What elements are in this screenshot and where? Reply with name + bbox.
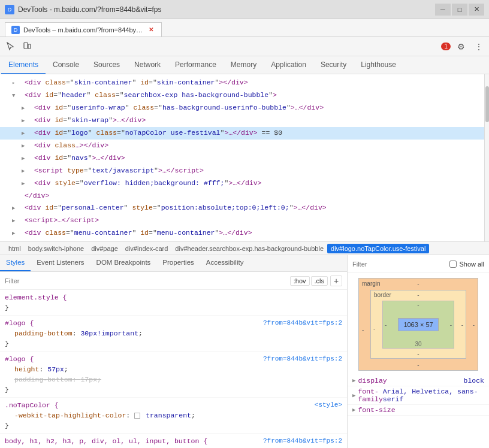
expand-arrow[interactable] bbox=[22, 153, 30, 164]
tab-label: DevTools – m.baidu.com/?from=844byit=fps bbox=[23, 26, 143, 34]
more-options-button[interactable]: ⋮ bbox=[471, 40, 487, 54]
tab-close-button[interactable]: ✕ bbox=[147, 26, 155, 34]
expand-arrow-fontsize[interactable]: ▶ bbox=[352, 407, 355, 413]
computed-prop-fontfamily[interactable]: ▶ font-family Arial, Helvetica, sans-ser… bbox=[348, 386, 489, 405]
maximize-button[interactable]: □ bbox=[452, 4, 467, 16]
margin-bottom-value: - bbox=[417, 362, 419, 368]
expand-arrow[interactable] bbox=[12, 228, 20, 239]
tab-security[interactable]: Security bbox=[313, 56, 354, 74]
breadcrumb-index-card[interactable]: div#index-card bbox=[122, 244, 172, 253]
style-source[interactable]: ?from=844b&vit=fps:2 bbox=[263, 436, 342, 446]
dom-line[interactable]: ▸ <div class="skin-container" id="skin-c… bbox=[0, 77, 489, 89]
breadcrumb-logo[interactable]: div#logo.noTapColor.use-festival bbox=[327, 244, 429, 253]
tab-dom-breakpoints[interactable]: DOM Breakpoints bbox=[90, 255, 157, 271]
dom-line[interactable]: <div id="userinfo-wrap" class="has-backg… bbox=[0, 102, 489, 114]
dom-panel: ▸ <div class="skin-container" id="skin-c… bbox=[0, 74, 489, 242]
tab-accessibility[interactable]: Accessibility bbox=[200, 255, 250, 271]
content-dimensions: 1063 × 57 bbox=[403, 321, 433, 328]
tab-event-listeners[interactable]: Event Listeners bbox=[31, 255, 90, 271]
expand-arrow[interactable] bbox=[22, 116, 30, 126]
dom-line[interactable]: <script>…</script> bbox=[0, 214, 489, 227]
close-button[interactable]: ✕ bbox=[469, 4, 484, 16]
expand-arrow[interactable] bbox=[22, 178, 30, 189]
expand-arrow[interactable] bbox=[12, 241, 20, 241]
settings-button[interactable]: ⚙ bbox=[453, 40, 469, 54]
tab-console[interactable]: Console bbox=[46, 56, 86, 74]
dom-line[interactable]: <div class…></div> bbox=[0, 140, 489, 152]
nav-tabs: Elements Console Sources Network Perform… bbox=[0, 56, 489, 74]
computed-prop-fontsize[interactable]: ▶ font-size bbox=[348, 405, 489, 416]
tab-network[interactable]: Network bbox=[127, 56, 168, 74]
dom-line[interactable]: <div class="blank-frame">…</div> bbox=[0, 240, 489, 241]
padding-bottom-value: 30 bbox=[415, 341, 421, 347]
prop-value-display: block bbox=[463, 377, 484, 385]
dom-line[interactable]: <div style="overflow: hidden;background:… bbox=[0, 177, 489, 190]
tab-styles[interactable]: Styles bbox=[0, 255, 31, 271]
expand-arrow[interactable] bbox=[22, 103, 30, 114]
dom-scrollbar[interactable] bbox=[484, 74, 489, 241]
style-selector: element.style { bbox=[5, 293, 67, 301]
style-selector-line: #logo { ?from=844b&vit=fps:2 bbox=[5, 354, 342, 364]
color-swatch[interactable] bbox=[134, 413, 140, 419]
breadcrumb-header[interactable]: div#header.searchbox-exp.has-background-… bbox=[171, 244, 327, 253]
tab-lighthouse[interactable]: Lighthouse bbox=[354, 56, 403, 74]
expand-arrow[interactable] bbox=[22, 166, 30, 177]
dom-line[interactable]: </div> bbox=[0, 190, 489, 202]
styles-filter-input[interactable] bbox=[5, 277, 288, 284]
padding-layer: - - 30 - 1063 × 57 bbox=[382, 301, 454, 349]
tab-elements[interactable]: Elements bbox=[1, 56, 46, 74]
expand-arrow[interactable] bbox=[12, 203, 20, 214]
dom-line[interactable]: <script type="text/javascript">…</script… bbox=[0, 165, 489, 177]
style-selector-line: .noTapColor { <style> bbox=[5, 400, 342, 410]
box-model-wrapper: margin - - - - border - - - - - bbox=[358, 278, 478, 371]
tab-performance[interactable]: Performance bbox=[168, 56, 224, 74]
tab-properties[interactable]: Properties bbox=[156, 255, 200, 271]
styles-panel: Styles Event Listeners DOM Breakpoints P… bbox=[0, 255, 348, 448]
style-source[interactable]: ?from=844b&vit=fps:2 bbox=[263, 318, 342, 328]
margin-left-value: - bbox=[362, 326, 364, 332]
cls-button[interactable]: .cls bbox=[311, 276, 328, 286]
dom-line[interactable]: <div class="menu-container" id="menu-con… bbox=[0, 227, 489, 240]
breadcrumb-html[interactable]: html bbox=[5, 244, 25, 253]
device-toggle-button[interactable] bbox=[19, 40, 35, 54]
expand-arrow[interactable] bbox=[12, 90, 20, 101]
filter-buttons: :hov .cls bbox=[290, 276, 328, 286]
prop-value-fontfamily: Arial, Helvetica, sans-serif bbox=[383, 388, 484, 403]
computed-prop-display[interactable]: ▶ display block bbox=[348, 376, 489, 386]
expand-arrow[interactable] bbox=[22, 141, 30, 152]
add-style-button[interactable]: + bbox=[330, 276, 342, 286]
dom-line[interactable]: <div id="skin-wrap">…</div> bbox=[0, 114, 489, 127]
expand-arrow[interactable]: ▸ bbox=[12, 78, 20, 89]
prop-name-fontfamily: font-family bbox=[358, 388, 382, 403]
show-all-checkbox[interactable] bbox=[449, 261, 457, 268]
border-bottom-value: - bbox=[417, 350, 419, 357]
tab-sources[interactable]: Sources bbox=[86, 56, 127, 74]
breadcrumb-body[interactable]: body.switch-iphone bbox=[25, 244, 87, 253]
style-rule-logo-2: #logo { ?from=844b&vit=fps:2 height: 57p… bbox=[0, 352, 347, 398]
dom-line[interactable]: <div id="header" class="searchbox-exp ha… bbox=[0, 89, 489, 102]
padding-top-value: - bbox=[417, 302, 419, 308]
style-rule-notapcolor: .noTapColor { <style> -webkit-tap-highli… bbox=[0, 398, 347, 434]
expand-arrow[interactable] bbox=[12, 216, 20, 226]
dom-line[interactable]: <div id="personal-center" style="positio… bbox=[0, 202, 489, 214]
style-selector: #logo { bbox=[5, 355, 34, 363]
expand-arrow[interactable] bbox=[22, 128, 30, 139]
scrollbar-thumb[interactable] bbox=[485, 86, 489, 122]
devtools-tab[interactable]: D DevTools – m.baidu.com/?from=844byit=f… bbox=[5, 22, 162, 37]
expand-arrow-fontfamily[interactable]: ▶ bbox=[352, 392, 355, 399]
tab-memory[interactable]: Memory bbox=[224, 56, 264, 74]
breadcrumb-page[interactable]: div#page bbox=[87, 244, 122, 253]
inspect-element-button[interactable] bbox=[2, 40, 18, 54]
style-source[interactable]: ?from=844b&vit=fps:2 bbox=[263, 354, 342, 364]
hov-button[interactable]: :hov bbox=[290, 276, 310, 286]
cursor-icon bbox=[5, 42, 15, 52]
expand-arrow-display[interactable]: ▶ bbox=[352, 377, 355, 384]
computed-filter-input[interactable] bbox=[352, 261, 446, 268]
content-box: 1063 × 57 bbox=[398, 318, 438, 331]
minimize-button[interactable]: ─ bbox=[435, 4, 451, 16]
style-selector-line: #logo { ?from=844b&vit=fps:2 bbox=[5, 318, 342, 328]
style-source[interactable]: <style> bbox=[315, 400, 342, 410]
dom-line[interactable]: <div id="navs">…</div> bbox=[0, 152, 489, 165]
dom-line-selected[interactable]: <div id="logo" class="noTapColor use-fes… bbox=[0, 127, 489, 140]
tab-application[interactable]: Application bbox=[264, 56, 313, 74]
